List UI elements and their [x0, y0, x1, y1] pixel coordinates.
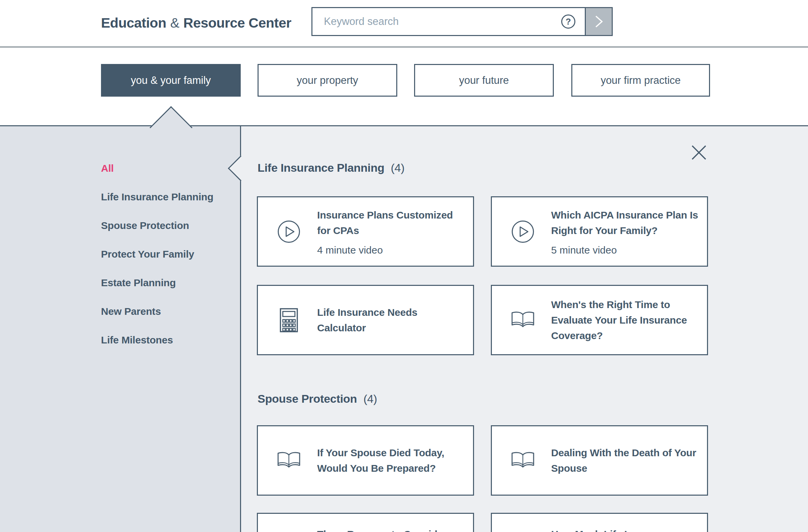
tab-you-and-your-family[interactable]: you & your family [101, 64, 241, 97]
card-title: How Much Life Insurance [551, 527, 671, 532]
search-box: ? [311, 7, 586, 36]
sidebar-item-estate-planning[interactable]: Estate Planning [101, 277, 214, 289]
section-count: (4) [363, 392, 377, 405]
tab-label: your firm practice [601, 74, 681, 87]
header: Education & Resource Center ? [0, 0, 808, 48]
card-how-much-life-insurance[interactable]: How Much Life Insurance [491, 513, 708, 532]
card-text: Dealing With the Death of Your Spouse [551, 445, 699, 476]
card-text: Insurance Plans Customized for CPAs 4 mi… [317, 207, 465, 256]
sidebar-item-life-milestones[interactable]: Life Milestones [101, 334, 214, 346]
tab-label: you & your family [131, 74, 211, 87]
card-title: Dealing With the Death of Your Spouse [551, 445, 699, 476]
card-insurance-plans-customized[interactable]: Insurance Plans Customized for CPAs 4 mi… [257, 196, 474, 267]
card-right-time-evaluate-coverage[interactable]: When's the Right Time to Evaluate Your L… [491, 285, 708, 355]
education-resource-center-page: Education & Resource Center ? you & your… [0, 0, 808, 532]
section-title-text: Life Insurance Planning [258, 161, 384, 174]
card-title: Insurance Plans Customized for CPAs [317, 207, 465, 238]
search-input[interactable] [312, 8, 585, 35]
card-title: Life Insurance Needs Calculator [317, 305, 465, 336]
card-title: Three Reasons to Consider [317, 527, 447, 532]
category-list: All Life Insurance Planning Spouse Prote… [101, 163, 214, 363]
book-icon [506, 311, 540, 330]
book-icon [506, 451, 540, 470]
card-text: How Much Life Insurance [551, 527, 671, 532]
calculator-icon [272, 308, 306, 333]
card-title: Which AICPA Insurance Plan Is Right for … [551, 207, 699, 238]
tab-label: your property [297, 74, 358, 87]
card-text: When's the Right Time to Evaluate Your L… [551, 297, 699, 344]
section-title-spouse-protection: Spouse Protection (4) [258, 392, 377, 405]
card-dealing-with-death-of-spouse[interactable]: Dealing With the Death of Your Spouse [491, 425, 708, 496]
card-text: If Your Spouse Died Today, Would You Be … [317, 445, 465, 476]
page-title-word2: Resource Center [183, 15, 292, 31]
sidebar-item-new-parents[interactable]: New Parents [101, 306, 214, 317]
card-text: Life Insurance Needs Calculator [317, 305, 465, 336]
section-title-life-insurance-planning: Life Insurance Planning (4) [258, 161, 404, 175]
mega-menu-panel: All Life Insurance Planning Spouse Prote… [0, 125, 808, 532]
card-title: If Your Spouse Died Today, Would You Be … [317, 445, 465, 476]
book-icon [272, 451, 306, 470]
chevron-right-icon [593, 14, 605, 29]
keyword-search: ? [311, 7, 613, 36]
sidebar-item-all[interactable]: All [101, 163, 214, 174]
card-text: Which AICPA Insurance Plan Is Right for … [551, 207, 699, 256]
card-subtitle: 4 minute video [317, 244, 465, 256]
tab-your-property[interactable]: your property [258, 64, 397, 97]
tab-your-future[interactable]: your future [414, 64, 554, 97]
card-text: Three Reasons to Consider [317, 527, 447, 532]
card-three-reasons-to-consider[interactable]: Three Reasons to Consider [257, 513, 474, 532]
card-subtitle: 5 minute video [551, 244, 699, 256]
close-icon[interactable] [690, 143, 708, 162]
page-title-word1: Education [101, 15, 166, 31]
card-title: When's the Right Time to Evaluate Your L… [551, 297, 699, 344]
card-which-aicpa-plan[interactable]: Which AICPA Insurance Plan Is Right for … [491, 196, 708, 267]
help-icon[interactable]: ? [561, 15, 575, 29]
page-title-ampersand: & [170, 15, 180, 31]
play-video-icon [506, 220, 540, 243]
search-submit-button[interactable] [585, 7, 613, 36]
section-count: (4) [391, 161, 405, 174]
card-if-your-spouse-died-today[interactable]: If Your Spouse Died Today, Would You Be … [257, 425, 474, 496]
card-life-insurance-needs-calculator[interactable]: Life Insurance Needs Calculator [257, 285, 474, 355]
sidebar-item-protect-your-family[interactable]: Protect Your Family [101, 249, 214, 260]
tab-label: your future [459, 74, 509, 87]
sidebar-item-life-insurance-planning[interactable]: Life Insurance Planning [101, 191, 214, 203]
sidebar-item-spouse-protection[interactable]: Spouse Protection [101, 220, 214, 231]
tab-your-firm-practice[interactable]: your firm practice [571, 64, 710, 97]
play-video-icon [272, 220, 306, 243]
page-title: Education & Resource Center [101, 0, 291, 46]
section-title-text: Spouse Protection [258, 392, 357, 405]
